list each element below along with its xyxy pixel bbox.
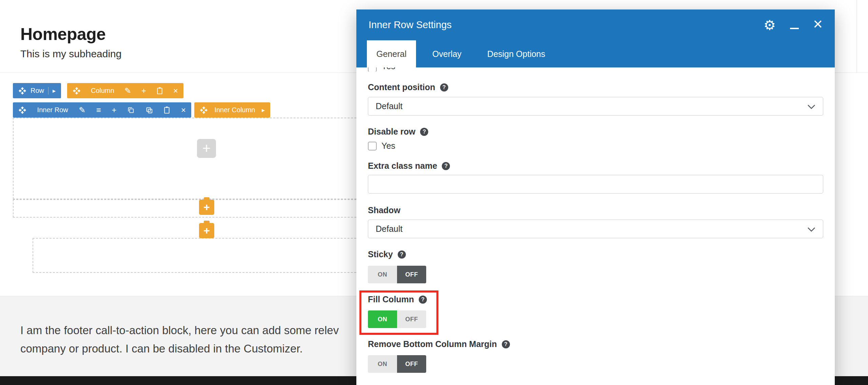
sticky-field-label: Sticky ? (368, 249, 406, 259)
help-icon[interactable]: ? (442, 162, 450, 170)
extra-class-label: Extra class name (368, 161, 437, 171)
row-label: Row (31, 87, 44, 95)
fill-column-label: Fill Column (368, 295, 414, 304)
help-icon[interactable]: ? (420, 128, 428, 136)
clipped-checkbox-label: Yes (381, 67, 395, 71)
tab-design-options[interactable]: Design Options (478, 40, 555, 67)
add-row-orange-button[interactable]: + (199, 223, 214, 238)
plus-icon: + (203, 224, 210, 237)
modal-header-icons: ⚙ × (764, 17, 823, 33)
modal-title: Inner Row Settings (369, 19, 452, 31)
content-position-select[interactable]: Default (368, 97, 823, 116)
disable-row-option: Yes (368, 141, 395, 151)
move-icon[interactable] (200, 106, 208, 114)
shadow-value: Default (376, 224, 402, 234)
sticky-off-button[interactable]: OFF (397, 266, 426, 283)
content-position-value: Default (376, 101, 402, 111)
clipped-field: Yes (368, 67, 470, 72)
minimize-icon[interactable] (790, 28, 799, 29)
shadow-select[interactable]: Default (368, 220, 823, 238)
page-edge-divider (856, 0, 857, 73)
sticky-on-button[interactable]: ON (368, 266, 397, 283)
page-title: Homepage (20, 24, 106, 44)
close-icon[interactable]: × (181, 106, 186, 114)
move-icon[interactable] (18, 106, 26, 114)
extra-class-name-input[interactable] (368, 175, 823, 194)
fill-column-on-button[interactable]: ON (368, 310, 397, 328)
content-position-label: Content position (368, 82, 435, 92)
shadow-field-label: Shadow (368, 205, 400, 215)
help-icon[interactable]: ? (419, 296, 427, 304)
divider (48, 87, 48, 95)
remove-bottom-margin-on-button[interactable]: ON (368, 355, 397, 373)
chevron-down-icon (807, 224, 815, 234)
disable-row-checkbox[interactable] (368, 142, 377, 150)
extra-class-field-label: Extra class name ? (368, 161, 450, 171)
paste-icon[interactable] (163, 106, 170, 114)
inner-row-settings-modal: Inner Row Settings ⚙ × General Overlay D… (356, 9, 835, 385)
inner-row-control-bar[interactable]: Inner Row ✎ ≡ + × (13, 102, 191, 118)
pencil-icon[interactable]: ✎ (79, 106, 85, 114)
plus-icon[interactable]: + (112, 106, 117, 114)
tab-general[interactable]: General (367, 40, 416, 67)
shadow-label: Shadow (368, 205, 400, 215)
add-element-orange-button[interactable]: + (199, 200, 214, 215)
clipped-checkbox[interactable] (368, 67, 377, 72)
tab-overlay[interactable]: Overlay (423, 40, 471, 67)
tab-general-label: General (376, 49, 407, 59)
close-icon[interactable]: × (813, 16, 823, 32)
footer-line-1: I am the footer call-to-action block, he… (20, 321, 339, 340)
chevron-down-icon (807, 101, 815, 111)
remove-bottom-margin-toggle: ON OFF (368, 355, 426, 373)
page-subtitle: This is my subheading (20, 48, 121, 60)
help-icon[interactable]: ? (440, 83, 448, 92)
copy-icon[interactable] (127, 106, 135, 114)
add-element-button[interactable]: + (197, 139, 216, 158)
tab-overlay-label: Overlay (432, 49, 461, 59)
modal-tabs: General Overlay Design Options (356, 40, 835, 67)
content-position-field-label: Content position ? (368, 82, 448, 92)
row-layout-icon[interactable]: ≡ (96, 106, 101, 114)
move-icon[interactable] (73, 87, 81, 95)
inner-column-label: Inner Column (214, 106, 255, 114)
column-control-bar[interactable]: Column ✎ + × (67, 83, 183, 98)
remove-bottom-margin-field-label: Remove Bottom Column Margin ? (368, 339, 510, 349)
fill-column-toggle: ON OFF (368, 310, 426, 328)
footer-cta-text: I am the footer call-to-action block, he… (20, 321, 339, 358)
chevron-right-icon[interactable]: ▸ (262, 107, 265, 113)
disable-row-field-label: Disable row ? (368, 127, 428, 137)
row-control-bar[interactable]: Row ▸ (13, 83, 61, 98)
chevron-right-icon[interactable]: ▸ (53, 88, 56, 94)
pencil-icon[interactable]: ✎ (124, 87, 131, 95)
editor-page: Homepage This is my subheading Row ▸ Col… (0, 0, 868, 385)
plus-icon[interactable]: + (141, 87, 146, 95)
modal-header[interactable]: Inner Row Settings ⚙ × (356, 9, 835, 40)
column-label: Column (91, 87, 114, 95)
fill-column-off-button[interactable]: OFF (397, 310, 426, 328)
sticky-label: Sticky (368, 249, 393, 259)
help-icon[interactable]: ? (398, 250, 406, 259)
close-icon[interactable]: × (173, 87, 178, 95)
remove-bottom-margin-off-button[interactable]: OFF (397, 355, 426, 373)
paste-icon[interactable] (156, 87, 163, 95)
gear-icon[interactable]: ⚙ (764, 18, 776, 32)
plus-icon: + (203, 201, 210, 214)
disable-row-checkbox-label: Yes (381, 141, 395, 151)
tab-design-options-label: Design Options (487, 49, 545, 59)
remove-bottom-margin-label: Remove Bottom Column Margin (368, 339, 497, 349)
footer-line-2: company or product. I can be disabled in… (20, 340, 339, 358)
help-icon[interactable]: ? (502, 340, 510, 348)
move-icon[interactable] (18, 87, 26, 95)
inner-column-control-bar[interactable]: Inner Column ▸ (194, 102, 270, 118)
inner-row-label: Inner Row (37, 106, 68, 114)
duplicate-icon[interactable] (145, 106, 153, 114)
sticky-toggle: ON OFF (368, 266, 426, 283)
fill-column-field-label: Fill Column ? (368, 295, 427, 304)
plus-icon: + (202, 140, 211, 157)
disable-row-label: Disable row (368, 127, 415, 137)
